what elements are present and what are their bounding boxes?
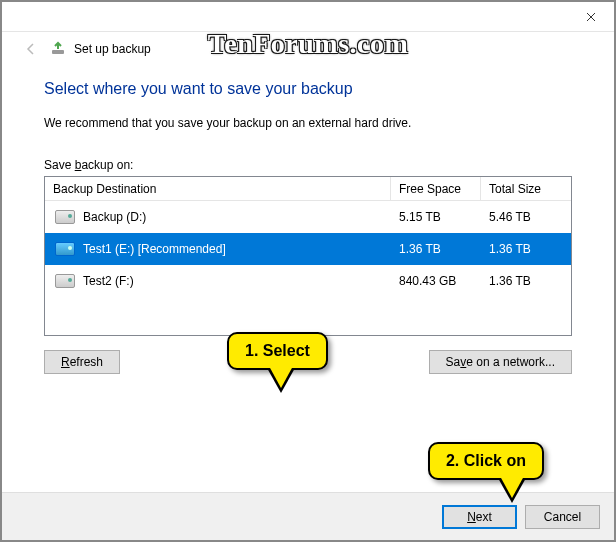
drive-name: Test2 (F:): [83, 274, 134, 288]
refresh-button[interactable]: Refresh: [44, 350, 120, 374]
annotation-click-on: 2. Click on: [428, 442, 544, 480]
drive-icon: [55, 210, 75, 224]
wizard-title: Set up backup: [74, 42, 151, 56]
total-size: 5.46 TB: [481, 210, 571, 224]
close-icon: [586, 12, 596, 22]
save-on-network-button[interactable]: Save on a network...: [429, 350, 572, 374]
col-destination[interactable]: Backup Destination: [45, 177, 391, 200]
destination-listbox[interactable]: Backup Destination Free Space Total Size…: [44, 176, 572, 336]
table-row[interactable]: Test1 (E:) [Recommended]1.36 TB1.36 TB: [45, 233, 571, 265]
total-size: 1.36 TB: [481, 274, 571, 288]
annotation-select: 1. Select: [227, 332, 328, 370]
drive-name: Backup (D:): [83, 210, 146, 224]
wizard-content: Select where you want to save your backu…: [2, 70, 614, 492]
titlebar: [2, 2, 614, 32]
backup-setup-icon: [50, 41, 66, 57]
page-description: We recommend that you save your backup o…: [44, 116, 572, 130]
svg-rect-0: [52, 50, 64, 54]
page-heading: Select where you want to save your backu…: [44, 80, 572, 98]
list-header: Backup Destination Free Space Total Size: [45, 177, 571, 201]
col-free-space[interactable]: Free Space: [391, 177, 481, 200]
table-row[interactable]: Backup (D:)5.15 TB5.46 TB: [45, 201, 571, 233]
save-on-label: Save backup on:: [44, 158, 572, 172]
next-button[interactable]: Next: [442, 505, 517, 529]
drive-icon: [55, 274, 75, 288]
cancel-button[interactable]: Cancel: [525, 505, 600, 529]
arrow-left-icon: [23, 41, 39, 57]
drive-icon: [55, 242, 75, 256]
back-button: [20, 38, 42, 60]
drive-name: Test1 (E:) [Recommended]: [83, 242, 226, 256]
col-total-size[interactable]: Total Size: [481, 177, 571, 200]
free-space: 5.15 TB: [391, 210, 481, 224]
close-button[interactable]: [568, 2, 614, 32]
list-body: Backup (D:)5.15 TB5.46 TBTest1 (E:) [Rec…: [45, 201, 571, 335]
free-space: 1.36 TB: [391, 242, 481, 256]
free-space: 840.43 GB: [391, 274, 481, 288]
total-size: 1.36 TB: [481, 242, 571, 256]
table-row[interactable]: Test2 (F:)840.43 GB1.36 TB: [45, 265, 571, 297]
wizard-header: Set up backup: [2, 32, 614, 70]
